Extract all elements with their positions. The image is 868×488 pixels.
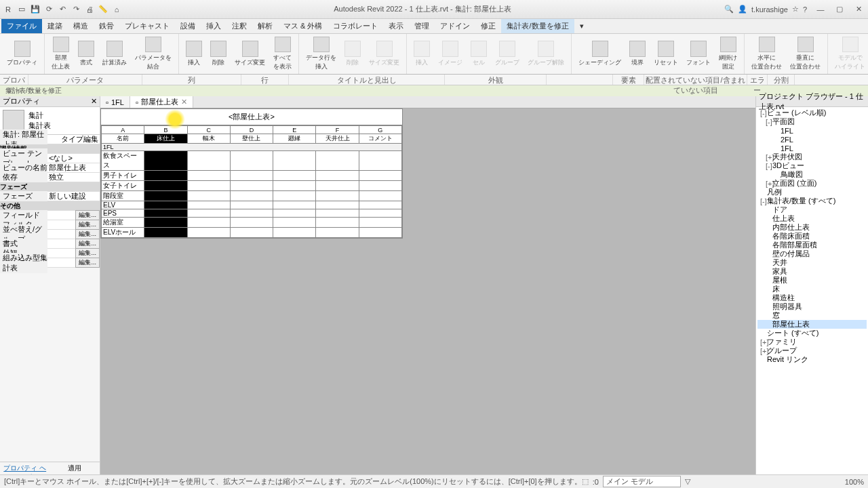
cell[interactable] [230, 181, 273, 191]
cell[interactable] [144, 151, 187, 171]
cell[interactable] [316, 181, 359, 191]
status-model-combo[interactable]: メイン モデル [603, 476, 681, 487]
cell[interactable] [187, 228, 230, 238]
col-header[interactable]: コメント [359, 134, 401, 144]
edit-button[interactable]: 編集... [75, 239, 100, 249]
tree-item[interactable]: Revit リンク [757, 355, 867, 364]
tree-item[interactable]: [-]3Dビュー [757, 161, 867, 170]
menu-9[interactable]: マス & 外構 [278, 19, 328, 33]
col-letter[interactable]: F [316, 126, 359, 134]
cell[interactable] [187, 181, 230, 191]
cell[interactable] [144, 209, 187, 218]
props-row[interactable]: フィールド編集... [0, 211, 100, 220]
menu-8[interactable]: 解析 [252, 19, 278, 33]
menu-7[interactable]: 注釈 [226, 19, 252, 33]
ribbon-網掛け-固定[interactable]: 網掛け 固定 [715, 35, 741, 73]
ribbon-水平に-位置合わせ[interactable]: 水平に 位置合わせ [747, 35, 786, 73]
cell[interactable] [316, 201, 359, 209]
menu-13[interactable]: アドイン [435, 19, 475, 33]
ribbon-リセット[interactable]: リセット [650, 35, 682, 73]
tree-item[interactable]: 2FL [757, 135, 867, 144]
props-row[interactable]: フェーズ新しい建設 [0, 192, 100, 201]
home-icon[interactable]: ⌂ [111, 4, 122, 15]
status-select-icon[interactable]: ⬚ [582, 477, 589, 486]
col-letter[interactable]: A [102, 126, 144, 134]
user-icon[interactable]: 👤 [738, 5, 747, 14]
ribbon-挿入[interactable]: 挿入 [182, 35, 206, 73]
menu-overflow[interactable]: ▾ [574, 20, 589, 33]
edit-button[interactable]: 編集... [75, 248, 100, 258]
status-filter-icon[interactable]: ▽ [685, 477, 690, 486]
cell[interactable] [359, 201, 401, 209]
cell[interactable]: 男子トイレ [102, 171, 144, 181]
ribbon-計算済み[interactable]: 計算済み [98, 35, 131, 73]
sync-icon[interactable]: ⟳ [43, 4, 54, 15]
cell[interactable] [316, 209, 359, 218]
close-button[interactable]: ✕ [849, 3, 868, 16]
cell[interactable]: 飲食スペース [102, 151, 144, 171]
ribbon-すべて-を表示[interactable]: すべて を表示 [269, 35, 296, 73]
cell[interactable] [230, 201, 273, 209]
cell[interactable] [144, 191, 187, 201]
cell[interactable] [359, 181, 401, 191]
ribbon-データ行を-挿入[interactable]: データ行を 挿入 [302, 35, 340, 73]
cell[interactable] [230, 228, 273, 238]
cell[interactable]: ELVホール [102, 228, 144, 238]
cell[interactable] [359, 191, 401, 201]
ribbon-境界[interactable]: 境界 [625, 35, 650, 73]
menu-6[interactable]: 挿入 [201, 19, 226, 33]
cell[interactable] [187, 171, 230, 181]
type-edit-button[interactable]: タイプ編集 [61, 134, 100, 144]
open-icon[interactable]: ▭ [16, 4, 27, 15]
props-row[interactable]: 書式編集... [0, 239, 100, 249]
menu-3[interactable]: 鉄骨 [94, 19, 119, 33]
favorites-icon[interactable]: ☆ [792, 5, 799, 14]
cell[interactable] [230, 209, 273, 218]
col-header[interactable]: 床仕上 [144, 134, 187, 144]
menu-2[interactable]: 構造 [68, 19, 94, 33]
cell[interactable]: EPS [102, 209, 144, 218]
menu-1[interactable]: 建築 [42, 19, 68, 33]
minimize-button[interactable]: — [811, 3, 830, 16]
help-icon[interactable]: ? [803, 5, 807, 14]
cell[interactable] [316, 171, 359, 181]
cell[interactable] [359, 151, 401, 171]
cell[interactable] [144, 228, 187, 238]
cell[interactable] [316, 151, 359, 171]
cell[interactable] [230, 151, 273, 171]
cell[interactable] [144, 201, 187, 209]
cell[interactable] [273, 228, 316, 238]
menu-0[interactable]: ファイル [1, 19, 42, 33]
props-row[interactable]: 組み込み型集計表編集... [0, 258, 100, 268]
edit-button[interactable]: 編集... [75, 210, 100, 220]
cell[interactable] [230, 191, 273, 201]
props-row[interactable]: ビュー テンプレート<なし> [0, 154, 100, 163]
menu-12[interactable]: 管理 [409, 19, 435, 33]
cell[interactable] [359, 171, 401, 181]
doc-tab[interactable]: ▫部屋仕上表✕ [130, 96, 193, 108]
col-letter[interactable]: B [144, 126, 187, 134]
ribbon-垂直に-位置合わせ[interactable]: 垂直に 位置合わせ [786, 35, 825, 73]
menu-10[interactable]: コラボレート [328, 19, 383, 33]
print-icon[interactable]: 🖨 [84, 4, 95, 15]
col-header[interactable]: 廻縁 [273, 134, 316, 144]
measure-icon[interactable]: 📏 [98, 4, 108, 15]
tree-item[interactable]: [-]平面図 [757, 117, 867, 126]
cell[interactable] [144, 218, 187, 228]
cell[interactable] [316, 218, 359, 228]
maximize-button[interactable]: ▢ [830, 3, 849, 16]
props-row[interactable]: ビューの名前部屋仕上表 [0, 163, 100, 173]
cell[interactable] [273, 151, 316, 171]
props-row[interactable]: 並べ替え/グループ...編集... [0, 230, 100, 239]
cell[interactable] [316, 191, 359, 201]
cell[interactable] [273, 171, 316, 181]
ribbon-書式[interactable]: 書式 [74, 35, 98, 73]
undo-icon[interactable]: ↶ [57, 4, 68, 15]
tab-close-icon[interactable]: ✕ [181, 98, 187, 106]
col-header[interactable]: 名前 [102, 134, 144, 144]
menu-4[interactable]: プレキャスト [119, 19, 175, 33]
cell[interactable] [187, 209, 230, 218]
col-letter[interactable]: G [359, 126, 401, 134]
cell[interactable] [273, 181, 316, 191]
props-row[interactable]: 依存独立 [0, 173, 100, 182]
